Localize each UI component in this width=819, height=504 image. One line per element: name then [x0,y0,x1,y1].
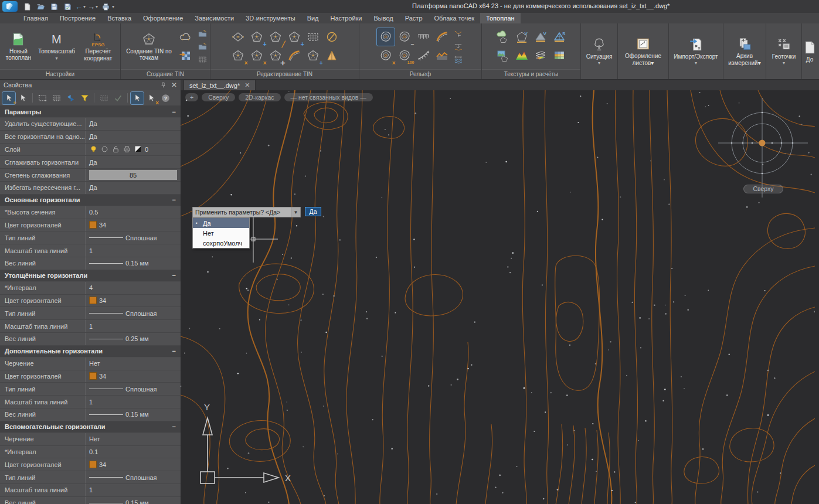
property-value[interactable]: 1 [86,484,181,496]
property-value[interactable]: Да [86,182,181,194]
new-document-button[interactable] [21,1,33,12]
color-swatch[interactable] [89,297,97,304]
smoothing-degree-field[interactable]: 85 [89,170,177,180]
property-value[interactable]: 34 [86,295,181,307]
viewport-plus-pill[interactable]: + [185,93,198,101]
property-value[interactable]: 85 [86,169,181,181]
relief-profile-button[interactable] [433,47,451,64]
printer-icon[interactable] [123,145,131,154]
command-option-да[interactable]: ▪Да [193,218,249,228]
property-value[interactable]: Да [86,131,181,143]
lock-icon[interactable] [111,145,120,154]
freeze-icon[interactable] [100,145,109,154]
quick-select-button[interactable] [97,92,110,104]
drawing-viewport[interactable]: Сверху Y X +Сверху2D-каркас— нет связанн… [181,90,819,504]
invert-selection-button[interactable] [64,92,77,104]
close-icon[interactable]: ✕ [171,81,177,89]
command-input[interactable]: Да [305,207,321,216]
tin-from-grid-button[interactable] [177,47,195,64]
property-value[interactable]: 34 [86,219,181,231]
tin-delete-edge-button[interactable]: × [248,47,266,64]
menu-item-3d-инструменты[interactable]: 3D-инструменты [240,13,301,23]
property-value[interactable]: 0 [86,144,181,156]
color-swatch[interactable] [89,372,97,380]
select-button[interactable] [16,92,29,104]
property-value[interactable]: 0.5 [86,206,181,219]
contours-label-button[interactable]: 100 [396,47,413,64]
menu-item-построение[interactable]: Построение [54,13,101,23]
bergstrich-button[interactable] [414,28,432,46]
create-tin-by-points-button[interactable]: Создание TIN по точкам [123,30,175,63]
save-button[interactable] [48,1,60,12]
property-value[interactable]: Сплошная [86,307,181,319]
legend-table-button[interactable] [550,47,568,64]
menu-item-оформление[interactable]: Оформление [137,13,189,23]
command-dropdown-chevron-icon[interactable]: ▼ [291,207,300,217]
redo-dropdown-icon[interactable]: ▾ [96,4,98,9]
qat-customize-icon[interactable]: ▾ [112,4,114,9]
collapse-icon[interactable]: − [172,348,176,355]
collapse-icon[interactable]: − [172,272,176,279]
print-button[interactable] [100,1,111,12]
select-append-button[interactable]: + [2,92,15,104]
tin-volume-button[interactable] [323,47,341,64]
command-prompt-bar[interactable]: Применить параметры? <Да> ▼ [192,207,301,217]
menu-item-настройки[interactable]: Настройки [325,13,368,23]
contour-arc-button[interactable] [433,28,451,46]
recalc-coordinates-button[interactable]: EPSG Пересчёт координат [78,29,118,63]
plot-style-icon[interactable] [134,145,142,154]
select-window-button[interactable] [36,92,49,104]
new-topoplan-button[interactable]: Новый топоплан [2,30,35,63]
slope-colormap-button[interactable] [532,47,549,64]
import-tin-button[interactable] [196,28,208,39]
property-value[interactable]: 0.15 мм [86,408,181,421]
import-export-button[interactable]: Импорт/Экспорт ▾ [672,35,719,68]
property-value[interactable]: Сплошная [86,231,181,244]
tin-exclude-area-button[interactable] [323,28,341,46]
property-value[interactable]: 4 [86,282,181,294]
tin-move-point-button[interactable]: ✛ [267,47,284,64]
tin-add-breakline-button[interactable]: + [286,28,303,46]
water-flow-button[interactable] [453,40,464,52]
collapse-icon[interactable]: − [172,108,176,115]
collapse-icon[interactable]: − [172,196,176,203]
property-value[interactable]: 0.1 [86,446,181,458]
color-swatch[interactable] [89,221,97,229]
pin-icon[interactable] [159,81,167,89]
menu-item-топоплан[interactable]: Топоплан [480,13,521,23]
tin-from-point-cloud-button[interactable] [177,28,195,46]
height-colormap-button[interactable] [513,47,531,64]
menu-item-главная[interactable]: Главная [18,13,54,23]
clear-selection-button[interactable]: × [145,92,158,104]
property-value[interactable]: Нет [86,433,181,445]
save-all-button[interactable] [62,1,73,12]
tin-add-point-button[interactable]: + [248,28,266,46]
undo-dropdown-icon[interactable]: ▾ [83,4,86,9]
selection-filter-button[interactable] [78,92,91,104]
open-document-button[interactable] [35,1,46,12]
tin-options-button[interactable] [196,53,208,65]
color-swatch[interactable] [89,461,97,468]
situation-button[interactable]: Ситуация ▾ [585,35,614,68]
tin-delete-point-button[interactable]: × [229,47,247,64]
texture-image-button[interactable] [494,47,512,64]
volume-tin-button[interactable] [513,28,531,46]
apply-selection-button[interactable] [111,92,124,104]
contours-create-button[interactable] [377,28,395,46]
undo-button[interactable]: ← [75,3,83,11]
property-value[interactable]: 34 [86,458,181,471]
viewport-pill-сверху[interactable]: Сверху [202,93,235,101]
redo-button[interactable]: → [87,3,95,11]
property-value[interactable]: Нет [86,357,181,370]
property-value[interactable]: 34 [86,370,181,383]
tin-boundary-button[interactable] [304,28,322,46]
tin-flip-edge-button[interactable] [229,28,247,46]
property-value[interactable]: Сплошная [86,471,181,483]
menu-item-зависимости[interactable]: Зависимости [189,13,240,23]
property-value[interactable]: Да [86,118,181,130]
menu-item-вывод[interactable]: Вывод [368,13,399,23]
property-value[interactable]: Да [86,156,181,168]
slope-marks-button[interactable] [414,47,432,64]
property-value[interactable]: 0.15 мм [86,497,181,504]
property-value[interactable]: 1 [86,320,181,332]
